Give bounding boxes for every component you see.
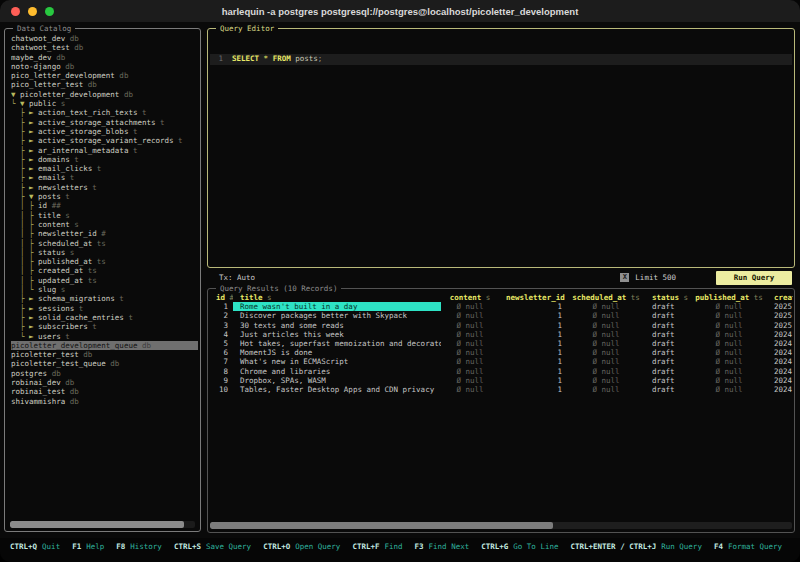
catalog-item-users[interactable]: └ ► users t [11,332,198,341]
catalog-item-solid_cache_entries[interactable]: ├ ► solid_cache_entries t [11,313,198,322]
column-header-created_at[interactable]: created_at ts [767,293,793,302]
close-window-button[interactable] [11,7,20,16]
cell-status[interactable]: draft [645,302,691,311]
cell-created_at[interactable]: 2024 [767,330,793,339]
cell-title[interactable]: Rome wasn't built in a day [233,302,441,311]
cell-status[interactable]: draft [645,330,691,339]
column-header-status[interactable]: status s [645,293,691,302]
catalog-item-schema_migrations[interactable]: ├ ► schema_migrations t [11,294,198,303]
cell-published_at[interactable]: Ø null [691,311,767,320]
expand-arrow-icon[interactable]: ► [29,127,38,136]
cell-status[interactable]: draft [645,321,691,330]
catalog-item-action_text_rich_texts[interactable]: ├ ► action_text_rich_texts t [11,108,198,117]
cell-id[interactable]: 3 [209,321,233,330]
cell-scheduled_at[interactable]: Ø null [567,302,645,311]
cell-published_at[interactable]: Ø null [691,348,767,357]
keybinding-find-next[interactable]: F3Find Next [415,542,470,551]
limit-label[interactable]: Limit 500 [635,273,676,282]
cell-scheduled_at[interactable]: Ø null [567,367,645,376]
cell-created_at[interactable]: 2024 [767,385,793,394]
keybinding-run-query[interactable]: CTRL+ENTER / CTRL+JRun Query [570,542,701,551]
scrollbar-thumb[interactable] [10,521,184,528]
keybinding-find[interactable]: CTRL+FFind [352,542,402,551]
cell-published_at[interactable]: Ø null [691,367,767,376]
catalog-item-shivammishra[interactable]: shivammishra db [11,397,198,406]
expand-arrow-icon[interactable]: ► [29,136,38,145]
cell-newsletter_id[interactable]: 1 [499,311,567,320]
cell-newsletter_id[interactable]: 1 [499,357,567,366]
cell-content[interactable]: Ø null [441,321,499,330]
cell-scheduled_at[interactable]: Ø null [567,376,645,385]
cell-id[interactable]: 7 [209,357,233,366]
catalog-item-status[interactable]: │ ├ status s [11,248,198,257]
limit-checkbox[interactable]: X [620,273,629,282]
catalog-item-robinai_dev[interactable]: robinai_dev db [11,378,198,387]
cell-id[interactable]: 8 [209,367,233,376]
column-header-scheduled_at[interactable]: scheduled_at ts [567,293,645,302]
expand-arrow-icon[interactable]: ► [29,304,38,313]
cell-id[interactable]: 9 [209,376,233,385]
catalog-item-chatwoot_dev[interactable]: chatwoot_dev db [11,34,198,43]
catalog-item-chatwoot_test[interactable]: chatwoot_test db [11,43,198,52]
catalog-item-posts[interactable]: ├ ▼ posts t [11,192,198,201]
column-header-content[interactable]: content s [441,293,499,302]
keybinding-format-query[interactable]: F4Format Query [714,542,782,551]
column-header-id[interactable]: id ## [209,293,233,302]
catalog-item-domains[interactable]: ├ ► domains t [11,155,198,164]
cell-id[interactable]: 4 [209,330,233,339]
keybinding-open-query[interactable]: CTRL+OOpen Query [263,542,340,551]
cell-published_at[interactable]: Ø null [691,330,767,339]
keybinding-history[interactable]: F8History [116,542,162,551]
catalog-item-scheduled_at[interactable]: │ ├ scheduled_at ts [11,239,198,248]
catalog-item-robinai_test[interactable]: robinai_test db [11,387,198,396]
keybinding-help[interactable]: F1Help [72,542,104,551]
catalog-item-picoletter_development_queue[interactable]: picoletter_development_queue db [11,341,198,350]
column-header-newsletter_id[interactable]: newsletter_id # [499,293,567,302]
expand-arrow-icon[interactable]: ► [29,118,38,127]
cell-title[interactable]: What's new in ECMAScript [233,357,441,366]
cell-created_at[interactable]: 2024 [767,376,793,385]
catalog-item-picoletter_test[interactable]: picoletter_test db [11,350,198,359]
expand-arrow-icon[interactable]: ► [29,313,38,322]
catalog-item-postgres[interactable]: postgres db [11,369,198,378]
expand-arrow-icon[interactable]: ► [29,164,38,173]
cell-id[interactable]: 1 [209,302,233,311]
catalog-item-active_storage_attachments[interactable]: ├ ► active_storage_attachments t [11,118,198,127]
cell-created_at[interactable]: 2025 [767,311,793,320]
keybinding-quit[interactable]: CTRL+QQuit [10,542,60,551]
cell-title[interactable]: Just articles this week [233,330,441,339]
cell-status[interactable]: draft [645,339,691,348]
cell-scheduled_at[interactable]: Ø null [567,348,645,357]
cell-scheduled_at[interactable]: Ø null [567,339,645,348]
cell-status[interactable]: draft [645,311,691,320]
query-editor-textarea[interactable]: 1 SELECT * FROM posts; [210,33,792,265]
cell-title[interactable]: Tables, Faster Desktop Apps and CDN priv… [233,385,441,394]
keybinding-save-query[interactable]: CTRL+SSave Query [174,542,251,551]
cell-id[interactable]: 6 [209,348,233,357]
cell-scheduled_at[interactable]: Ø null [567,311,645,320]
cell-content[interactable]: Ø null [441,376,499,385]
cell-created_at[interactable]: 2024 [767,348,793,357]
cell-scheduled_at[interactable]: Ø null [567,330,645,339]
cell-newsletter_id[interactable]: 1 [499,367,567,376]
catalog-item-pico_letter_test[interactable]: pico_letter_test db [11,80,198,89]
cell-published_at[interactable]: Ø null [691,321,767,330]
expand-arrow-icon[interactable]: ► [29,332,38,341]
catalog-item-sessions[interactable]: ├ ► sessions t [11,304,198,313]
cell-newsletter_id[interactable]: 1 [499,385,567,394]
cell-published_at[interactable]: Ø null [691,357,767,366]
cell-id[interactable]: 5 [209,339,233,348]
catalog-item-picoletter_development[interactable]: ▼ picoletter_development db [11,90,198,99]
expand-arrow-icon[interactable]: ► [29,294,38,303]
catalog-item-subscribers[interactable]: ├ ► subscribers t [11,322,198,331]
collapse-arrow-icon[interactable]: ▼ [29,192,38,201]
cell-published_at[interactable]: Ø null [691,302,767,311]
cell-title[interactable]: 30 texts and some reads [233,321,441,330]
cell-created_at[interactable]: 2024 [767,357,793,366]
keybinding-go-to-line[interactable]: CTRL+GGo To Line [481,542,558,551]
collapse-arrow-icon[interactable]: ▼ [11,90,20,99]
catalog-item-created_at[interactable]: │ ├ created_at ts [11,266,198,275]
cell-content[interactable]: Ø null [441,302,499,311]
catalog-item-updated_at[interactable]: │ ├ updated_at ts [11,276,198,285]
transaction-mode-button[interactable]: Tx: Auto [219,273,255,282]
